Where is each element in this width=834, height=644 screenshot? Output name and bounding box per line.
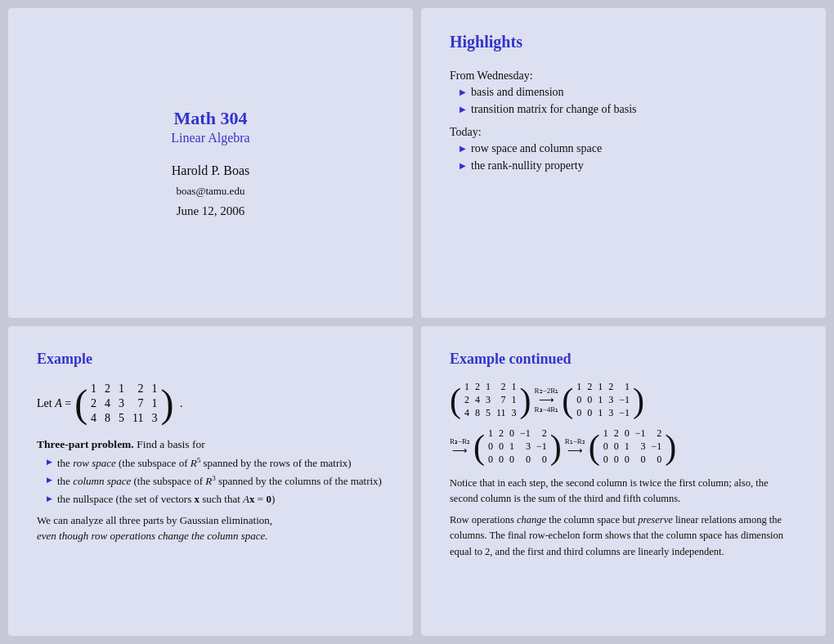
arrow1: R₂−2R₁ ⟶ R₃−4R₁ bbox=[535, 387, 559, 414]
matrix-step1: ( 12121 0013−1 0013−1 ) bbox=[562, 379, 644, 421]
slide-title-heading: Math 304 bbox=[174, 108, 248, 129]
today-bullets: row space and column space the rank-null… bbox=[460, 142, 797, 172]
bullet-basis: basis and dimension bbox=[460, 86, 797, 99]
slide-title-subtitle: Linear Algebra bbox=[171, 131, 249, 145]
right-paren: ) bbox=[161, 384, 174, 423]
example-header: Example bbox=[37, 351, 384, 368]
matrix-a: ( 12121 24371 485113 ) bbox=[74, 381, 173, 427]
arrow2: R₃−R₂ ⟶ bbox=[450, 437, 470, 456]
bullet-transition: transition matrix for change of basis bbox=[460, 103, 797, 116]
three-part-label: Three-part problem. Find a basis for bbox=[37, 438, 384, 451]
today-label: Today: bbox=[450, 126, 797, 139]
slide-email: boas@tamu.edu bbox=[177, 185, 245, 198]
rp: ) bbox=[633, 383, 644, 418]
slide-date: June 12, 2006 bbox=[177, 204, 245, 218]
matrix-step0: ( 12121 24371 485113 ) bbox=[450, 379, 531, 421]
slide-example: Example Let A = ( 12121 24371 485113 ) .… bbox=[8, 326, 413, 636]
step3-cells: 120−12 0013−1 00000 bbox=[600, 426, 666, 467]
from-bullets: basis and dimension transition matrix fo… bbox=[460, 86, 797, 116]
lp: ( bbox=[450, 383, 461, 418]
matrix-cells: 12121 24371 485113 bbox=[87, 381, 160, 427]
lp: ( bbox=[473, 430, 485, 464]
continued-header: Example continued bbox=[450, 351, 797, 368]
step0-cells: 12121 24371 485113 bbox=[461, 379, 520, 421]
matrix-row2: R₃−R₂ ⟶ ( 120−12 0013−1 00000 ) R₁−R₂ ⟶ … bbox=[450, 426, 797, 467]
continued-text1: Notice that in each step, the second col… bbox=[450, 476, 797, 508]
let-a-label: Let A = bbox=[37, 397, 71, 410]
bullet-rowspace: row space and column space bbox=[460, 142, 797, 155]
from-wednesday-label: From Wednesday: bbox=[450, 69, 797, 83]
arrow3: R₁−R₂ ⟶ bbox=[565, 437, 585, 456]
lp: ( bbox=[562, 383, 573, 418]
highlights-header: Highlights bbox=[450, 33, 797, 51]
bullet-rank: the rank-nullity property bbox=[460, 159, 797, 172]
rp: ) bbox=[550, 430, 562, 464]
lp: ( bbox=[589, 430, 600, 464]
step1-cells: 12121 0013−1 0013−1 bbox=[573, 379, 633, 421]
left-paren: ( bbox=[74, 384, 87, 423]
slide-author: Harold P. Boas bbox=[172, 163, 250, 178]
rp: ) bbox=[520, 383, 531, 418]
slide-title: Math 304 Linear Algebra Harold P. Boas b… bbox=[8, 8, 413, 318]
example-note: We can analyze all three parts by Gaussi… bbox=[37, 512, 384, 544]
bullet-colspace: the column space (the subspace of R3 spa… bbox=[47, 474, 384, 488]
bullet-rowspace: the row space (the subspace of R5 spanne… bbox=[47, 456, 384, 470]
step2-cells: 120−12 0013−1 00000 bbox=[485, 426, 550, 467]
slide-continued: Example continued ( 12121 24371 485113 )… bbox=[421, 326, 826, 636]
bullet-nullspace: the nullspace (the set of vectors x such… bbox=[47, 493, 384, 506]
slide-highlights: Highlights From Wednesday: basis and dim… bbox=[421, 8, 826, 318]
matrix-step2: ( 120−12 0013−1 00000 ) bbox=[473, 426, 562, 467]
problem-bullets: the row space (the subspace of R5 spanne… bbox=[47, 456, 384, 506]
rp: ) bbox=[665, 430, 676, 464]
continued-text2: Row operations change the column space b… bbox=[450, 512, 797, 560]
matrix-row1: ( 12121 24371 485113 ) R₂−2R₁ ⟶ R₃−4R₁ (… bbox=[450, 379, 797, 421]
period: . bbox=[177, 397, 183, 410]
matrix-step3: ( 120−12 0013−1 00000 ) bbox=[589, 426, 677, 467]
matrix-definition: Let A = ( 12121 24371 485113 ) . bbox=[37, 381, 384, 427]
